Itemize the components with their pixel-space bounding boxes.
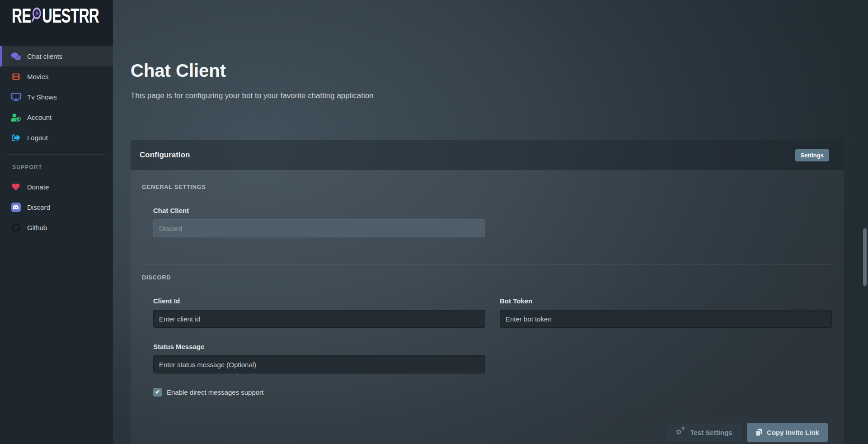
sidebar-support-heading: SUPPORT xyxy=(0,164,113,170)
dm-support-row: Enable direct messages support xyxy=(153,388,832,397)
copy-invite-link-label: Copy Invite Link xyxy=(767,429,819,436)
dm-support-label: Enable direct messages support xyxy=(167,388,263,396)
sidebar: RE UESTRR Chat clients Movies xyxy=(0,0,113,444)
sidebar-item-donate[interactable]: Discord Donate xyxy=(0,177,113,197)
logo-text-post: UESTRR xyxy=(42,6,99,26)
status-message-input[interactable] xyxy=(153,355,485,373)
general-settings-heading: GENERAL SETTINGS xyxy=(142,184,832,190)
section-divider xyxy=(142,264,832,265)
card-title: Configuration xyxy=(140,151,190,160)
sidebar-nav: Chat clients Movies Tv Shows Account Log… xyxy=(0,45,113,238)
test-settings-label: Test Settings xyxy=(690,429,732,436)
sidebar-item-discord[interactable]: Discord xyxy=(0,197,113,217)
github-icon xyxy=(10,223,21,232)
status-message-label: Status Message xyxy=(153,342,832,351)
bot-token-input[interactable] xyxy=(500,310,832,328)
bot-token-label: Bot Token xyxy=(500,297,832,305)
sidebar-item-label: Donate xyxy=(27,183,49,191)
sidebar-item-account[interactable]: Account xyxy=(0,107,113,128)
copy-icon xyxy=(755,429,762,436)
sidebar-item-chat-clients[interactable]: Chat clients xyxy=(0,46,113,66)
card-body: GENERAL SETTINGS Chat Client DISCORD Cli… xyxy=(131,170,844,397)
vertical-scrollbar-thumb[interactable] xyxy=(863,228,867,286)
magnifier-play-icon xyxy=(32,6,42,26)
sidebar-item-tv-shows[interactable]: Tv Shows xyxy=(0,87,113,107)
test-settings-button[interactable]: ⚙⚙ Test Settings xyxy=(667,423,741,442)
sidebar-item-label: Discord xyxy=(27,203,50,211)
user-shield-icon xyxy=(10,113,21,122)
film-icon xyxy=(10,72,21,81)
page-title: Chat Client xyxy=(131,61,226,81)
heart-icon xyxy=(10,183,21,191)
dm-support-checkbox[interactable] xyxy=(153,388,162,397)
sidebar-item-movies[interactable]: Movies xyxy=(0,66,113,87)
sidebar-item-logout[interactable]: Logout xyxy=(0,128,113,148)
client-id-label: Client Id xyxy=(153,297,485,305)
sidebar-item-github[interactable]: Github xyxy=(0,217,113,238)
sidebar-item-label: Account xyxy=(27,113,52,121)
configuration-card: Configuration Settings GENERAL SETTINGS … xyxy=(131,140,844,444)
chat-client-label: Chat Client xyxy=(153,206,832,215)
comments-icon xyxy=(10,52,21,61)
sidebar-item-label: Logout xyxy=(27,134,48,142)
client-id-input[interactable] xyxy=(153,310,485,328)
sidebar-divider xyxy=(8,154,105,155)
sign-out-icon xyxy=(10,133,21,142)
page-subtitle: This page is for configuring your bot to… xyxy=(131,91,374,100)
discord-heading: DISCORD xyxy=(142,274,832,281)
app-logo: RE UESTRR xyxy=(0,0,113,45)
copy-invite-link-button[interactable]: Copy Invite Link xyxy=(747,423,828,442)
card-header: Configuration Settings xyxy=(131,140,844,170)
discord-icon xyxy=(10,203,21,212)
sidebar-item-label: Github xyxy=(27,224,47,231)
settings-button[interactable]: Settings xyxy=(795,149,829,161)
sidebar-item-label: Chat clients xyxy=(27,52,62,60)
tv-icon xyxy=(10,93,21,101)
chat-client-input[interactable] xyxy=(153,219,485,237)
cogs-icon: ⚙⚙ xyxy=(676,428,685,437)
sidebar-item-label: Movies xyxy=(27,73,49,80)
sidebar-item-label: Tv Shows xyxy=(27,93,57,101)
logo-text-pre: RE xyxy=(12,6,31,26)
